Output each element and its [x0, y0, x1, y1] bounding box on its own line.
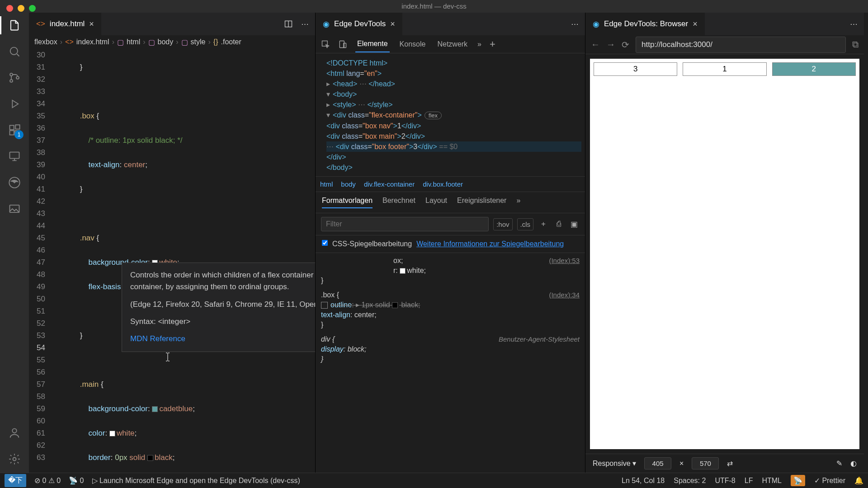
code-editor[interactable]: 3031323334353637383940414243444546474849…: [29, 49, 315, 473]
settings-icon[interactable]: ◐: [850, 459, 857, 468]
mirror-link[interactable]: Weitere Informationen zur Spiegelbearbei…: [416, 240, 564, 248]
forward-icon[interactable]: →: [606, 39, 615, 50]
crumb[interactable]: html: [320, 180, 333, 188]
code-content[interactable]: } .box { /* outline: 1px solid black; */…: [54, 49, 315, 473]
explorer-icon[interactable]: [7, 18, 22, 33]
activity-bar: 1: [0, 13, 29, 473]
crumb[interactable]: div.flex-container: [364, 180, 415, 188]
preview-box-3: 3: [594, 62, 677, 76]
prettier-status[interactable]: ✓ Prettier: [814, 476, 845, 485]
source-control-icon[interactable]: [7, 70, 22, 85]
browser-toolbar: ← → ⟳ ⧉: [585, 35, 864, 54]
close-window-icon[interactable]: [6, 5, 13, 12]
svg-rect-8: [10, 152, 19, 159]
minimize-window-icon[interactable]: [18, 5, 24, 12]
remote-icon[interactable]: [7, 149, 22, 164]
source-link[interactable]: (Index):34: [549, 290, 580, 300]
tab-console[interactable]: Konsole: [398, 37, 428, 52]
window-controls[interactable]: [6, 5, 36, 12]
cursor-position[interactable]: Ln 54, Col 18: [622, 477, 665, 485]
more-icon[interactable]: ⋯: [850, 19, 858, 29]
hov-button[interactable]: :hov: [493, 218, 512, 230]
tab-browser[interactable]: ◉ Edge DevTools: Browser ×: [585, 13, 705, 35]
tab-network[interactable]: Netzwerk: [435, 37, 469, 52]
tab-elements[interactable]: Elemente: [355, 36, 390, 52]
split-editor-icon[interactable]: [284, 19, 293, 29]
crumb[interactable]: div.box.footer: [423, 180, 463, 188]
crumb-file[interactable]: index.html: [76, 38, 109, 46]
svg-point-1: [10, 73, 13, 76]
more-tabs-icon[interactable]: »: [477, 40, 481, 48]
browser-viewport[interactable]: 3 1 2: [590, 59, 859, 449]
run-debug-icon[interactable]: [7, 97, 22, 111]
subtab-event[interactable]: Ereignislistener: [457, 197, 506, 208]
crumb-body[interactable]: body: [158, 38, 174, 46]
device-icon[interactable]: [338, 40, 347, 49]
edge-tools-icon[interactable]: [7, 175, 22, 190]
extensions-icon[interactable]: 1: [7, 123, 22, 137]
indentation[interactable]: Spaces: 2: [674, 477, 706, 485]
hover-tooltip: Controls the order in which children of …: [122, 263, 315, 352]
crumb[interactable]: body: [341, 180, 356, 188]
launch-edge-button[interactable]: ▷ Launch Microsoft Edge and open the Edg…: [92, 476, 300, 485]
print-icon[interactable]: ⎙: [553, 220, 564, 229]
screenshot-icon[interactable]: ✎: [836, 459, 842, 468]
close-icon[interactable]: ×: [89, 19, 94, 29]
url-input[interactable]: [636, 37, 846, 53]
notifications-icon[interactable]: 🔔: [854, 476, 863, 485]
more-icon[interactable]: ⋯: [571, 19, 579, 29]
mdn-reference-link[interactable]: MDN Reference: [130, 333, 315, 345]
hover-syntax: Syntax: <integer>: [130, 316, 315, 328]
width-input[interactable]: [644, 457, 671, 469]
more-tabs-icon[interactable]: »: [516, 197, 520, 208]
crumb-style[interactable]: style: [191, 38, 206, 46]
search-icon[interactable]: [7, 44, 22, 59]
language-mode[interactable]: HTML: [762, 477, 782, 485]
encoding[interactable]: UTF-8: [715, 477, 735, 485]
dom-breadcrumb[interactable]: html body div.flex-container div.box.foo…: [316, 176, 585, 192]
add-rule-icon[interactable]: +: [538, 220, 549, 229]
account-icon[interactable]: [7, 426, 22, 440]
crumb-folder[interactable]: flexbox: [34, 38, 57, 46]
add-tab-icon[interactable]: +: [490, 38, 495, 50]
mirror-checkbox[interactable]: [322, 240, 328, 246]
subtab-computed[interactable]: Berechnet: [382, 197, 415, 208]
cls-button[interactable]: .cls: [517, 218, 534, 230]
eol[interactable]: LF: [745, 477, 753, 485]
external-icon[interactable]: ⧉: [852, 39, 859, 50]
tab-index-html[interactable]: <> index.html ×: [29, 13, 102, 35]
maximize-window-icon[interactable]: [29, 5, 36, 12]
styles-pane[interactable]: (Index):53 ox; r: white; } (Index):34 .b…: [316, 253, 585, 473]
remote-indicator[interactable]: �下: [5, 474, 26, 487]
back-icon[interactable]: ←: [591, 39, 600, 50]
status-bar: �下 ⊘ 0 ⚠ 0 📡 0 ▷ Launch Microsoft Edge a…: [0, 473, 868, 488]
subtab-styles[interactable]: Formatvorlagen: [322, 197, 373, 208]
crumb-selector[interactable]: .footer: [221, 38, 241, 46]
gear-icon[interactable]: [7, 452, 22, 466]
box-model-icon[interactable]: ▣: [569, 220, 580, 229]
subtab-layout[interactable]: Layout: [425, 197, 447, 208]
close-icon[interactable]: ×: [390, 19, 395, 29]
source-link[interactable]: (Index):53: [549, 256, 580, 266]
crumb-html[interactable]: html: [127, 38, 140, 46]
tab-devtools[interactable]: ◉ Edge DevTools ×: [316, 13, 403, 35]
image-icon[interactable]: [7, 202, 22, 216]
rule-checkbox[interactable]: [321, 302, 328, 309]
errors-count[interactable]: ⊘ 0 ⚠ 0: [34, 476, 61, 485]
svg-rect-5: [10, 131, 14, 135]
dom-tree[interactable]: <!DOCTYPE html> <html lang="en"> ▸<head>…: [316, 53, 585, 176]
reload-icon[interactable]: ⟳: [622, 39, 629, 50]
svg-point-12: [13, 458, 16, 461]
svg-rect-16: [344, 43, 346, 47]
ports-count[interactable]: 📡 0: [69, 476, 84, 485]
go-live-icon[interactable]: 📡: [791, 475, 805, 486]
height-input[interactable]: [692, 457, 719, 469]
filter-input[interactable]: [321, 217, 489, 231]
rotate-icon[interactable]: ⇄: [727, 459, 733, 468]
responsive-dropdown[interactable]: Responsive ▾: [593, 459, 636, 468]
close-icon[interactable]: ×: [693, 19, 698, 29]
inspect-icon[interactable]: [321, 40, 330, 49]
breadcrumb[interactable]: flexbox› <>index.html› ▢html› ▢body› ▢st…: [29, 35, 315, 49]
more-icon[interactable]: ⋯: [301, 19, 309, 29]
flex-badge[interactable]: flex: [425, 112, 442, 119]
